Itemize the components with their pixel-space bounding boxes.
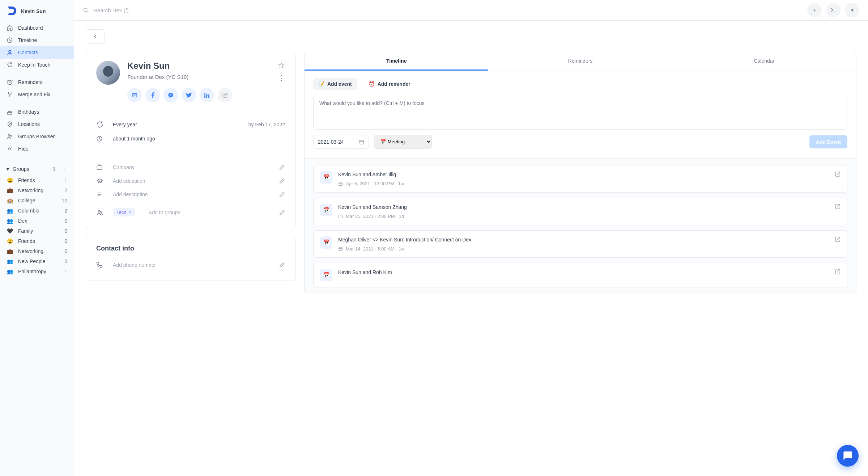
add-event-quick-button[interactable]: 📝 Add event: [313, 78, 357, 90]
group-row[interactable]: 🖤Family0: [0, 226, 74, 236]
svg-point-9: [9, 123, 10, 125]
add-reminder-quick-button[interactable]: ⏰ Add reminder: [363, 78, 416, 90]
edit-icon[interactable]: [279, 262, 285, 268]
event-card[interactable]: 📅Kevin Sun and Rob Kim: [313, 263, 847, 287]
cake-icon: [7, 109, 13, 115]
chat-fab[interactable]: [837, 445, 859, 467]
group-row[interactable]: 🏫College10: [0, 195, 74, 206]
open-external-icon[interactable]: [835, 204, 841, 219]
group-emoji: 😀: [7, 177, 13, 183]
education-row[interactable]: Add education: [96, 174, 285, 188]
group-row[interactable]: 👥New People0: [0, 256, 74, 266]
edit-icon[interactable]: [279, 191, 285, 197]
svg-rect-30: [339, 182, 342, 186]
group-emoji: 👥: [7, 218, 13, 224]
group-row[interactable]: 👥Philanthropy1: [0, 266, 74, 277]
add-button[interactable]: ＋: [807, 3, 822, 17]
group-row[interactable]: 👥Dex0: [0, 216, 74, 226]
favorite-star-icon[interactable]: ☆: [278, 61, 285, 70]
nav-item-hide[interactable]: Hide: [0, 143, 74, 155]
nav-item-groups-browser[interactable]: Groups Browser: [0, 130, 74, 143]
main: ＋ ▾ Kevin Sun Founder at Dex (YC S19): [74, 0, 868, 476]
group-row[interactable]: 😀Friends1: [0, 175, 74, 185]
nav-item-contacts[interactable]: Contacts: [0, 46, 74, 59]
twitter-icon[interactable]: [182, 88, 196, 102]
contact-avatar: [96, 61, 120, 85]
event-type-select[interactable]: 📅 Meeting: [374, 135, 432, 149]
right-tabs: Timeline Reminders Calendar: [305, 52, 856, 71]
more-menu-icon[interactable]: ⋮: [278, 74, 285, 82]
compose-box[interactable]: What would you like to add? (Ctrl + M) t…: [313, 95, 847, 130]
contact-name: Kevin Sun: [127, 61, 271, 71]
memo-icon: 📝: [318, 81, 324, 87]
phone-row[interactable]: Add phone number: [96, 258, 285, 272]
nav-item-timeline[interactable]: Timeline: [0, 34, 74, 46]
group-row[interactable]: 😀Friends0: [0, 236, 74, 246]
back-button[interactable]: [86, 29, 105, 44]
group-count: 2: [64, 188, 67, 193]
group-label: Dex: [18, 218, 59, 224]
group-count: 0: [64, 238, 67, 244]
nav-item-birthdays[interactable]: Birthdays: [0, 106, 74, 118]
svg-line-32: [837, 172, 840, 174]
open-external-icon[interactable]: [835, 236, 841, 252]
group-icon: [96, 209, 104, 216]
company-row[interactable]: Company: [96, 160, 285, 174]
group-tag-label: Tech: [116, 210, 126, 215]
open-external-icon[interactable]: [835, 171, 841, 186]
nav-label: Dashboard: [18, 25, 43, 31]
description-row[interactable]: Add description: [96, 188, 285, 201]
group-row[interactable]: 💼Networking2: [0, 185, 74, 195]
add-event-submit-button[interactable]: Add Event: [809, 135, 847, 148]
tab-reminders[interactable]: Reminders: [488, 52, 672, 71]
nav-item-dashboard[interactable]: Dashboard: [0, 22, 74, 34]
facebook-icon[interactable]: [145, 88, 160, 102]
add-event-quick-label: Add event: [327, 81, 352, 87]
event-card[interactable]: 📅Kevin Sun and Samson ZhangMar 25, 2021 …: [313, 198, 847, 225]
recurrence-row[interactable]: Every year by Feb 17, 2022: [96, 117, 285, 132]
open-external-icon[interactable]: [835, 269, 841, 281]
groups-add-icon[interactable]: ＋: [61, 166, 67, 172]
topbar: ＋ ▾: [74, 0, 868, 21]
groups-collapse-icon[interactable]: ▾: [7, 166, 9, 172]
linkedin-icon[interactable]: [200, 88, 214, 102]
edit-icon[interactable]: [279, 164, 285, 170]
remove-tag-icon[interactable]: ×: [128, 210, 131, 215]
events-list: 📅Kevin Sun and Amber IlligApr 5, 2021 · …: [305, 158, 856, 294]
group-row[interactable]: 💼Networking0: [0, 246, 74, 256]
nav-item-reminders[interactable]: Reminders: [0, 76, 74, 88]
edit-icon[interactable]: [279, 178, 285, 184]
group-tag: Tech ×: [113, 208, 135, 216]
svg-point-18: [226, 94, 226, 94]
event-date-input[interactable]: 2021-03-24: [313, 135, 369, 149]
group-emoji: 😀: [7, 238, 13, 244]
calendar-app-icon: 📅: [320, 236, 332, 249]
group-count: 2: [64, 208, 67, 214]
svg-point-25: [101, 211, 102, 212]
event-card[interactable]: 📅Kevin Sun and Amber IlligApr 5, 2021 · …: [313, 165, 847, 193]
nav-item-locations[interactable]: Locations: [0, 118, 74, 130]
add-reminder-quick-label: Add reminder: [378, 81, 410, 87]
groups-row[interactable]: Tech × Add to groups: [96, 205, 285, 220]
messenger-icon[interactable]: [163, 88, 178, 102]
email-icon[interactable]: [127, 88, 142, 102]
group-row[interactable]: 👥Columbia2: [0, 206, 74, 216]
user-icon: [7, 49, 13, 56]
edit-icon[interactable]: [279, 210, 285, 215]
group-label: College: [18, 198, 56, 203]
group-label: New People: [18, 258, 59, 264]
event-title: Kevin Sun and Amber Illig: [338, 171, 829, 178]
menu-dropdown-button[interactable]: ▾: [845, 3, 859, 17]
search-input[interactable]: [94, 7, 802, 13]
alarm-icon: ⏰: [369, 81, 375, 87]
nav-item-merge-and-fix[interactable]: Merge and Fix: [0, 88, 74, 101]
clock-icon: [96, 135, 104, 142]
instagram-icon[interactable]: [218, 88, 232, 102]
nav-item-keep-in-touch[interactable]: Keep In Touch: [0, 59, 74, 71]
groups-sort-icon[interactable]: ⇅: [51, 166, 57, 172]
command-button[interactable]: [826, 3, 841, 17]
event-card[interactable]: 📅Meghan Oliver <> Kevin Sun: Introductio…: [313, 230, 847, 258]
tab-calendar[interactable]: Calendar: [672, 52, 856, 71]
tab-timeline[interactable]: Timeline: [305, 52, 488, 71]
event-controls: 2021-03-24 📅 Meeting Add Event: [313, 135, 847, 149]
